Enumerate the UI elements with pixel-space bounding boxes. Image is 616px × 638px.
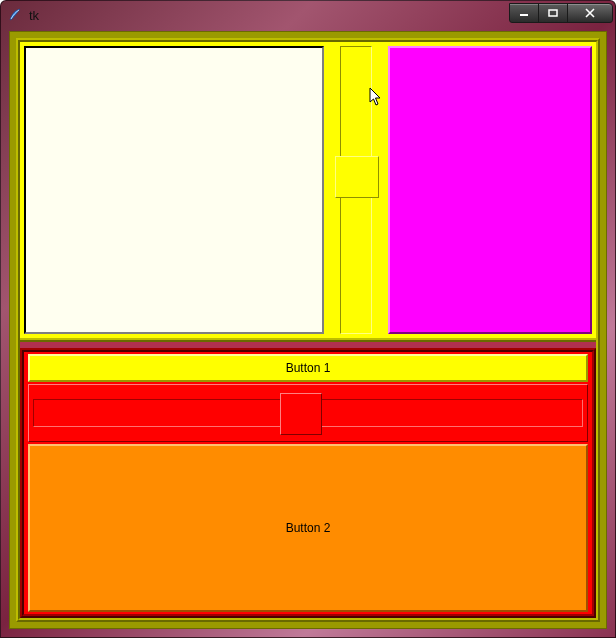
vertical-scale[interactable] [330, 46, 382, 334]
svg-rect-1 [549, 10, 557, 16]
horizontal-scale-thumb[interactable] [280, 393, 322, 435]
horizontal-scale[interactable] [28, 384, 588, 442]
close-button[interactable] [567, 3, 613, 23]
vertical-scale-thumb[interactable] [335, 156, 379, 198]
button-2[interactable]: Button 2 [28, 444, 588, 612]
window-title: tk [29, 8, 510, 23]
titlebar[interactable]: tk [1, 1, 615, 29]
svg-rect-0 [520, 14, 528, 16]
caption-buttons [510, 3, 613, 23]
tk-root-frame: Button 1 Button 2 [16, 38, 600, 622]
maximize-button[interactable] [538, 3, 568, 23]
button-1[interactable]: Button 1 [28, 354, 588, 382]
vertical-scale-trough[interactable] [340, 46, 372, 334]
os-window: tk [0, 0, 616, 638]
bottom-frame: Button 1 Button 2 [20, 348, 596, 618]
magenta-frame [388, 46, 592, 334]
minimize-button[interactable] [509, 3, 539, 23]
text-widget[interactable] [24, 46, 324, 334]
client-area: Button 1 Button 2 [9, 31, 607, 629]
top-frame [20, 42, 596, 342]
tk-feather-icon [7, 7, 23, 23]
